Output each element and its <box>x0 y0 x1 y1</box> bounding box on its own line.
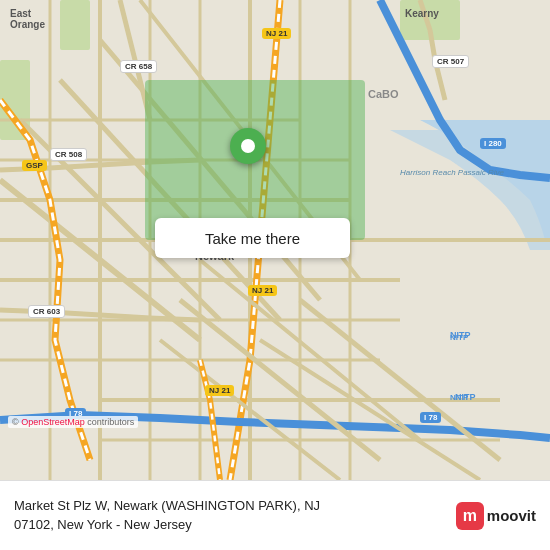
nj21-bot-label: NJ 21 <box>205 385 234 396</box>
moovit-text: moovit <box>487 507 536 524</box>
nj21-top-label: NJ 21 <box>262 28 291 39</box>
cr508-label: CR 508 <box>50 148 87 161</box>
cr507-label: CR 507 <box>432 55 469 68</box>
address-line2: 07102, New York - New Jersey <box>14 516 444 534</box>
cr658-label: CR 658 <box>120 60 157 73</box>
svg-rect-1 <box>60 0 90 50</box>
cabo-label: CaBO <box>368 88 399 100</box>
gsp-label: GSP <box>22 160 47 171</box>
nj21-mid-label: NJ 21 <box>248 285 277 296</box>
take-me-there-button[interactable]: Take me there <box>155 218 350 258</box>
moovit-logo: m moovit <box>456 502 536 530</box>
kearny-label: Kearny <box>405 8 439 19</box>
location-pin <box>230 128 266 164</box>
address-line1: Market St Plz W, Newark (WASHINGTON PARK… <box>14 497 444 515</box>
nitp2-label: NITP <box>455 392 476 402</box>
take-me-there-label: Take me there <box>205 230 300 247</box>
cr603-label: CR 603 <box>28 305 65 318</box>
i78-right-label: I 78 <box>420 412 441 423</box>
osm-credit: © OpenStreetMap contributors <box>8 416 138 428</box>
east-orange-label: EastOrange <box>10 8 45 30</box>
svg-text:Harrison Reach Passaic Rive: Harrison Reach Passaic Rive <box>400 168 505 177</box>
nitp1-label: NITP <box>450 330 471 340</box>
moovit-icon: m <box>456 502 484 530</box>
bottom-bar: Market St Plz W, Newark (WASHINGTON PARK… <box>0 480 550 550</box>
map-container: Harrison Reach Passaic Rive NITP NITP Ta… <box>0 0 550 480</box>
destination-text: Market St Plz W, Newark (WASHINGTON PARK… <box>14 497 444 533</box>
i280-label: I 280 <box>480 138 506 149</box>
